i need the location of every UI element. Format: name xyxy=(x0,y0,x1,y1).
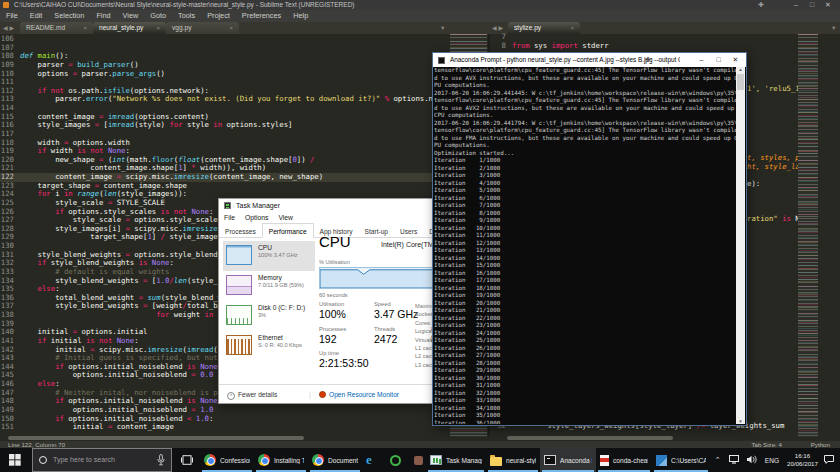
sidebar-item-cpu[interactable]: CPU100% 3.47 GHz xyxy=(223,241,315,271)
console-output[interactable]: tensorflow\core\platform\cpu_feature_gua… xyxy=(434,67,736,424)
sidebar-item-memory[interactable]: Memory7.0/11.9 GB (59%) xyxy=(223,271,315,301)
tab-scroll-arrows-left-pane[interactable]: ◀▶ xyxy=(3,24,16,31)
menu-item-tools[interactable]: Tools xyxy=(172,10,201,22)
taskbar-search-box[interactable]: Type here to search xyxy=(32,448,172,472)
tab-README-md[interactable]: README.md× xyxy=(20,22,93,34)
move-cursor-artifact: ✚ xyxy=(758,0,764,10)
tab-close-icon[interactable]: × xyxy=(229,22,233,34)
sublime-titlebar[interactable]: C:\Users\CAIHAO CUI\Documents\Neural Sty… xyxy=(0,0,840,10)
tab-close-icon[interactable]: × xyxy=(570,22,574,34)
sidebar-item-sub: 7.0/11.9 GB (59%) xyxy=(258,282,313,289)
clock[interactable]: 16:16 20/06/2017 xyxy=(783,452,820,468)
notification-icon xyxy=(824,455,834,464)
taskbar-button-conda-cheatsh[interactable]: conda-cheatsh... xyxy=(596,448,652,472)
tm-menu-item-options[interactable]: Options xyxy=(240,214,273,221)
menu-item-project[interactable]: Project xyxy=(201,10,236,22)
tab-close-icon[interactable]: × xyxy=(156,22,160,34)
tab-size-status[interactable]: Tab Size: 4 xyxy=(751,441,782,448)
action-center-button[interactable] xyxy=(820,455,840,465)
horizontal-scrollbar-left-pane[interactable] xyxy=(8,436,304,440)
console-scrollbar-thumb[interactable] xyxy=(737,74,744,90)
tab-neural_style-py[interactable]: neural_style.py× xyxy=(93,22,166,34)
tray-show-hidden-icons-chevron[interactable]: ⌃ xyxy=(711,456,725,464)
tab-overflow-icon-left[interactable]: ▼ xyxy=(440,25,445,31)
console-line: Iteration 18/1000 xyxy=(434,285,736,293)
tm-tab-performance[interactable]: Performance xyxy=(262,223,314,238)
tab-stylize-py[interactable]: stylize.py× xyxy=(508,22,580,34)
tab-close-icon[interactable]: × xyxy=(83,22,87,34)
console-line: d to use AVX2 instructions, but these ar… xyxy=(434,105,736,113)
taskbar-button-label: Confessions of ... xyxy=(220,457,250,464)
tm-tab-users[interactable]: Users xyxy=(394,224,423,239)
tm-menu-item-view[interactable]: View xyxy=(273,214,298,221)
photos-icon xyxy=(656,455,667,466)
anaconda-prompt-window: Anaconda Prompt - python neural_style.py… xyxy=(432,52,747,426)
task-view-button[interactable] xyxy=(176,448,198,472)
menu-item-help[interactable]: Help xyxy=(287,10,314,22)
console-scrollbar[interactable]: ▲ ▼ xyxy=(736,67,745,424)
tm-tab-start-up[interactable]: Start-up xyxy=(359,224,394,239)
open-resource-monitor-link[interactable]: Open Resource Monitor xyxy=(319,385,399,404)
menu-item-find[interactable]: Find xyxy=(90,10,116,22)
sidebar-item-disk[interactable]: Disk 0 (C: F: D:)3% xyxy=(223,301,315,331)
line-number: 151 xyxy=(0,423,20,432)
sublime-minimize-button[interactable]: – xyxy=(788,0,804,10)
taskbar-button-documents-cs[interactable]: Documents/CS... xyxy=(308,448,362,472)
scrollbar-down-arrow-icon[interactable]: ▼ xyxy=(736,419,745,424)
console-line: PU computations. xyxy=(434,142,736,150)
sidebar-item-name: CPU xyxy=(258,244,313,252)
taskbar-button-greenapp[interactable] xyxy=(386,448,410,472)
sublime-logo-icon xyxy=(3,2,9,8)
code-line: 116 style_images = [imread(style) for st… xyxy=(0,121,452,130)
taskbar-button-smallapp[interactable] xyxy=(410,448,426,472)
sublime-maximize-button[interactable]: □ xyxy=(804,0,820,10)
code-token: 1.0 xyxy=(156,276,169,285)
tm-tab-processes[interactable]: Processes xyxy=(219,224,262,239)
menu-item-selection[interactable]: Selection xyxy=(48,10,90,22)
network-tray-icon[interactable] xyxy=(725,455,743,465)
horizontal-scrollbar-right-pane[interactable] xyxy=(507,436,673,440)
taskbar-button-neural-style-m[interactable]: neural-style-m... xyxy=(486,448,540,472)
console-titlebar[interactable]: Anaconda Prompt - python neural_style.py… xyxy=(433,53,746,67)
code-token: initial xyxy=(20,422,108,431)
console-close-button[interactable]: ✕ xyxy=(727,53,744,67)
sidebar-item-ethernet[interactable]: EthernetS: 0 R: 40.0 Kbps xyxy=(223,331,315,361)
taskbar-button-task-manager[interactable]: Task Manager xyxy=(426,448,486,472)
fewer-details-button[interactable]: ⌃Fewer details xyxy=(227,385,277,404)
console-maximize-button[interactable]: □ xyxy=(710,53,727,67)
sidebar-item-name: Memory xyxy=(258,274,313,282)
microphone-icon[interactable] xyxy=(157,454,165,466)
taskbar-button-anaconda-pro[interactable]: Anaconda Pro... xyxy=(540,448,596,472)
tab-overflow-icon-right[interactable]: ▼ xyxy=(831,25,836,31)
syntax-status[interactable]: Python xyxy=(811,441,830,448)
code-text: style_images = [imread(style) for style … xyxy=(20,121,292,130)
console-line: Iteration 9/1000 xyxy=(434,217,736,225)
taskbar-button-installing-tenso[interactable]: Installing Tenso... xyxy=(254,448,308,472)
console-line: Iteration 1/1000 xyxy=(434,157,736,165)
taskbar-button-confessions-of[interactable]: Confessions of ... xyxy=(200,448,254,472)
menu-item-view[interactable]: View xyxy=(117,10,145,22)
console-minimize-button[interactable]: – xyxy=(693,53,710,67)
taskbar-button-label: neural-style-m... xyxy=(506,457,536,464)
console-line: Iteration 4/1000 xyxy=(434,180,736,188)
minimap-right-pane[interactable] xyxy=(798,34,818,437)
menu-item-edit[interactable]: Edit xyxy=(24,10,49,22)
taskbar-button-c-users-caih[interactable]: C:\Users\CAIH... xyxy=(652,448,710,472)
windows-logo-icon xyxy=(9,454,21,466)
scrollbar-up-arrow-icon[interactable]: ▲ xyxy=(736,67,745,72)
volume-tray-icon[interactable] xyxy=(743,455,761,465)
code-token: error xyxy=(86,94,108,103)
menu-item-preferences[interactable]: Preferences xyxy=(236,10,287,22)
language-indicator[interactable]: ENG xyxy=(761,457,783,464)
code-token: for xyxy=(156,310,169,319)
code-token: is xyxy=(782,214,791,223)
taskbar-button-edge[interactable]: e xyxy=(362,448,386,472)
tm-menu-item-file[interactable]: File xyxy=(219,214,240,221)
start-button[interactable] xyxy=(0,448,30,472)
tab-scroll-arrows-right-pane[interactable]: ◀▶ xyxy=(492,24,505,31)
menu-item-file[interactable]: File xyxy=(0,10,24,22)
menu-item-goto[interactable]: Goto xyxy=(144,10,172,22)
bottom-bar-divider: | xyxy=(309,385,311,404)
sublime-close-button[interactable]: ✕ xyxy=(820,0,836,10)
tab-vgg-py[interactable]: vgg.py× xyxy=(166,22,239,34)
